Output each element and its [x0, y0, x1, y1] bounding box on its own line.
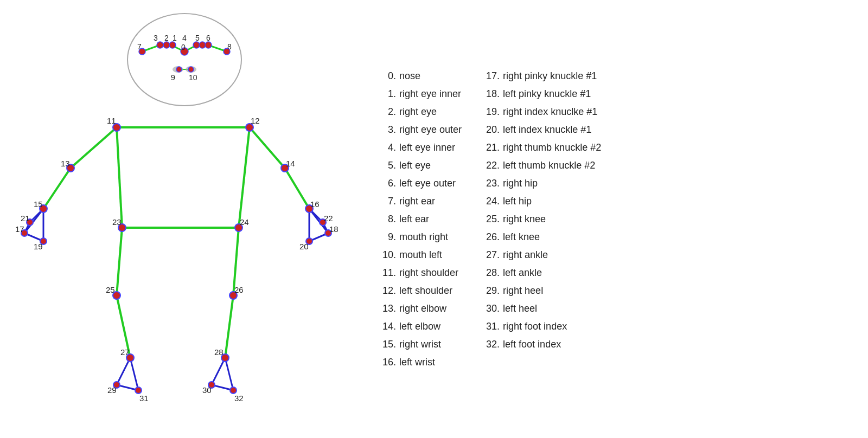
legend-item: 27.right ankle [483, 248, 601, 262]
legend-item: 17.right pinky knuckle #1 [483, 69, 601, 83]
svg-line-56 [130, 358, 138, 390]
svg-text:9: 9 [171, 73, 175, 82]
legend-item: 9.mouth right [380, 230, 462, 244]
legend-item: 28.left ankle [483, 266, 601, 280]
svg-text:25: 25 [106, 285, 115, 294]
svg-point-18 [176, 67, 182, 72]
svg-text:21: 21 [21, 214, 30, 223]
svg-text:29: 29 [107, 385, 117, 395]
svg-text:1: 1 [173, 34, 177, 42]
svg-text:28: 28 [214, 347, 224, 357]
svg-line-33 [117, 127, 122, 228]
legend-item: 8.left ear [380, 212, 462, 227]
svg-point-14 [205, 42, 212, 48]
legend-item: 13.right elbow [380, 301, 462, 316]
legend-item: 14.left elbow [380, 319, 462, 334]
legend-item: 0.nose [380, 69, 462, 83]
svg-text:0: 0 [181, 43, 186, 51]
svg-line-42 [250, 127, 285, 168]
legend-item: 3.right eye outer [380, 123, 462, 137]
svg-line-43 [285, 168, 309, 209]
svg-text:32: 32 [234, 394, 244, 403]
svg-point-13 [199, 42, 206, 48]
svg-point-20 [188, 67, 194, 72]
svg-text:13: 13 [61, 159, 70, 168]
legend-item: 2.right eye [380, 105, 462, 119]
svg-point-9 [163, 42, 170, 48]
legend-item: 31.right foot index [483, 319, 601, 334]
svg-line-54 [117, 358, 130, 385]
svg-point-10 [169, 42, 176, 48]
legend-item: 6.left eye outer [380, 176, 462, 191]
legend-item: 20.left index knuckle #1 [483, 123, 601, 137]
svg-line-57 [212, 358, 225, 385]
legend-column-2: 17.right pinky knuckle #118.left pinky k… [483, 69, 601, 352]
legend-item: 32.left foot index [483, 337, 601, 352]
svg-text:31: 31 [139, 394, 149, 403]
legend-item: 26.left knee [483, 230, 601, 244]
svg-point-0 [127, 14, 241, 106]
legend-item: 22.left thumb knuckle #2 [483, 158, 601, 173]
legend-item: 12.left shoulder [380, 284, 462, 298]
svg-point-12 [193, 42, 200, 48]
legend-item: 19.right index knuclke #1 [483, 105, 601, 119]
main-container: 3 2 1 4 5 6 0 7 8 9 10 [0, 0, 868, 438]
svg-text:2: 2 [164, 34, 169, 42]
svg-point-79 [135, 387, 142, 394]
legend-item: 10.mouth left [380, 248, 462, 262]
legend-item: 24.left hip [483, 194, 601, 209]
svg-text:18: 18 [329, 224, 339, 234]
svg-text:7: 7 [137, 42, 142, 51]
svg-text:23: 23 [112, 217, 122, 227]
svg-text:12: 12 [251, 116, 260, 125]
legend-item: 11.right shoulder [380, 266, 462, 280]
svg-text:26: 26 [234, 285, 244, 294]
legend-item: 18.left pinky knuckle #1 [483, 87, 601, 101]
svg-point-81 [230, 387, 237, 394]
legend-item: 4.left eye inner [380, 140, 462, 155]
svg-line-39 [225, 295, 233, 358]
legend-item: 5.left eye [380, 158, 462, 173]
svg-text:8: 8 [227, 42, 232, 51]
legend-item: 16.left wrist [380, 355, 462, 370]
svg-point-8 [157, 42, 163, 48]
legend-item: 23.right hip [483, 176, 601, 191]
svg-line-34 [239, 127, 250, 228]
svg-text:27: 27 [120, 347, 130, 357]
legend-column-1: 0.nose1.right eye inner2.right eye3.righ… [380, 69, 462, 370]
svg-text:11: 11 [107, 116, 116, 125]
legend-item: 29.right heel [483, 284, 601, 298]
svg-text:4: 4 [182, 34, 187, 42]
svg-line-36 [117, 228, 122, 295]
svg-text:3: 3 [154, 34, 158, 42]
svg-text:24: 24 [240, 217, 249, 227]
svg-line-41 [43, 168, 71, 209]
svg-text:19: 19 [34, 242, 43, 251]
svg-text:17: 17 [15, 224, 24, 234]
legend-item: 25.right knee [483, 212, 601, 227]
legend-item: 30.left heel [483, 301, 601, 316]
legend-item: 7.right ear [380, 194, 462, 209]
svg-line-40 [71, 127, 117, 168]
svg-text:20: 20 [299, 242, 309, 251]
svg-text:6: 6 [206, 34, 210, 42]
svg-text:5: 5 [195, 34, 200, 42]
svg-text:22: 22 [324, 214, 333, 223]
diagram-area: 3 2 1 4 5 6 0 7 8 9 10 [0, 0, 369, 438]
svg-text:30: 30 [202, 385, 212, 395]
legend-item: 1.right eye inner [380, 87, 462, 101]
legend-item: 21.right thumb knuckle #2 [483, 140, 601, 155]
svg-line-59 [225, 358, 233, 390]
svg-text:10: 10 [189, 73, 197, 82]
legend-area: 0.nose1.right eye inner2.right eye3.righ… [369, 53, 868, 386]
svg-text:16: 16 [310, 199, 320, 209]
svg-text:14: 14 [286, 159, 295, 168]
svg-text:15: 15 [34, 199, 43, 209]
legend-item: 15.right wrist [380, 337, 462, 352]
